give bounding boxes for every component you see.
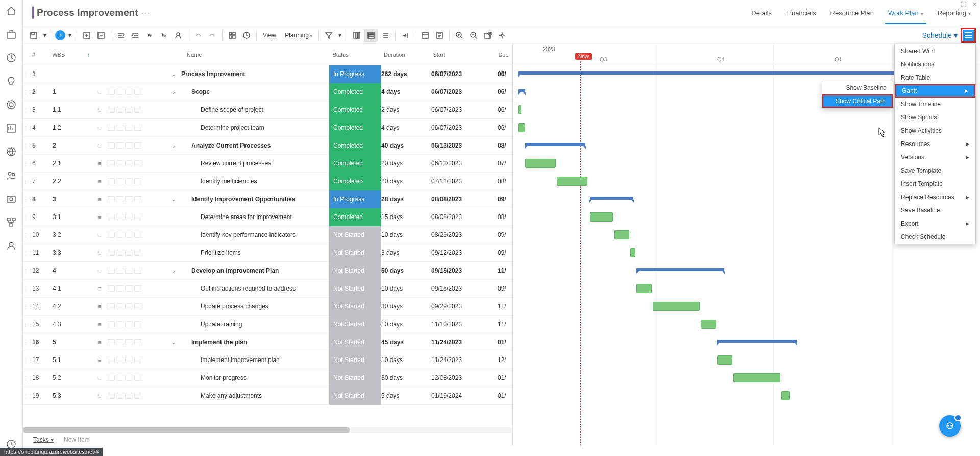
table-row[interactable]: ⋮⋮21≡⌄ScopeCompleted4 days06/07/202306/ (23, 83, 512, 101)
lightbulb-icon[interactable] (6, 76, 17, 87)
table-row[interactable]: ⋮⋮165≡⌄Implement the planNot Started45 d… (23, 333, 512, 351)
drag-handle-icon[interactable]: ⋮⋮ (23, 107, 29, 113)
menu-item-save-template[interactable]: Save Template (895, 164, 975, 177)
gantt-bar[interactable] (717, 355, 732, 365)
schedule-dropdown[interactable]: Schedule▾ (922, 31, 958, 39)
row-menu-icon[interactable]: ≡ (97, 356, 105, 364)
table-row[interactable]: ⋮⋮113.3≡Prioritize itemsNot Started3 day… (23, 244, 512, 262)
hierarchy-icon[interactable] (6, 217, 17, 228)
drag-handle-icon[interactable]: ⋮⋮ (23, 375, 29, 381)
popout-icon[interactable] (481, 29, 495, 42)
target-icon[interactable] (6, 99, 17, 110)
row-menu-icon[interactable]: ≡ (97, 178, 105, 185)
undo-icon[interactable] (191, 29, 205, 42)
expand-icon[interactable]: ⌄ (166, 70, 181, 78)
grid-scrollbar[interactable] (23, 427, 512, 433)
row-menu-icon[interactable]: ≡ (97, 285, 105, 293)
row-menu-icon[interactable]: ≡ (97, 249, 105, 257)
table-row[interactable]: ⋮⋮103.2≡Identify key performance indicat… (23, 226, 512, 244)
menu-item-rate-table[interactable]: Rate Table (895, 71, 975, 84)
submenu-item-show-critical-path[interactable]: Show Critical Path (822, 94, 893, 108)
row-menu-icon[interactable]: ≡ (97, 142, 105, 150)
menu-item-check-schedule[interactable]: Check Schedule (895, 230, 975, 244)
col-name[interactable]: Name (187, 52, 333, 58)
table-row[interactable]: ⋮⋮93.1≡Determine areas for improvementCo… (23, 208, 512, 226)
gantt-bar[interactable] (614, 230, 629, 239)
drag-handle-icon[interactable]: ⋮⋮ (23, 89, 29, 95)
more-icon[interactable]: ··· (141, 8, 151, 18)
redo-icon[interactable] (206, 29, 219, 42)
table-row[interactable]: ⋮⋮1⌄Process ImprovementIn Progress262 da… (23, 65, 512, 83)
chart-icon[interactable] (6, 123, 17, 134)
table-row[interactable]: ⋮⋮124≡⌄Develop an Improvement PlanNot St… (23, 262, 512, 280)
drag-handle-icon[interactable]: ⋮⋮ (23, 286, 29, 292)
columns-icon[interactable] (350, 29, 363, 42)
drag-handle-icon[interactable]: ⋮⋮ (23, 304, 29, 309)
table-row[interactable]: ⋮⋮41.2≡Determine project teamCompleted4 … (23, 119, 512, 137)
menu-item-save-baseline[interactable]: Save Baseline (895, 204, 975, 217)
autoschedule-icon[interactable] (399, 29, 412, 42)
gantt-bar[interactable] (525, 159, 556, 168)
table-row[interactable]: ⋮⋮195.3≡Make any adjustmentsNot Started5… (23, 387, 512, 405)
gantt-bar[interactable] (590, 197, 633, 200)
gantt-bar[interactable] (590, 212, 613, 222)
drag-handle-icon[interactable]: ⋮⋮ (23, 232, 29, 238)
menu-item-shared-with[interactable]: Shared With (895, 44, 975, 58)
person-icon[interactable] (6, 240, 17, 251)
new-item-link[interactable]: New Item (64, 436, 90, 443)
gantt-bar[interactable] (557, 177, 587, 186)
gantt-bar[interactable] (518, 89, 525, 92)
drag-handle-icon[interactable]: ⋮⋮ (23, 322, 29, 327)
col-start[interactable]: Start (433, 52, 498, 58)
table-row[interactable]: ⋮⋮134.1≡Outline actions required to addr… (23, 280, 512, 298)
row-menu-icon[interactable]: ≡ (97, 160, 105, 167)
table-row[interactable]: ⋮⋮62.1≡Review current processesCompleted… (23, 155, 512, 173)
drag-handle-icon[interactable]: ⋮⋮ (23, 214, 29, 220)
menu-item-show-activities[interactable]: Show Activities (895, 124, 975, 137)
row-menu-icon[interactable]: ≡ (97, 124, 105, 132)
gantt-bar[interactable] (701, 320, 716, 329)
col-due[interactable]: Due (498, 52, 512, 58)
gantt-bar[interactable] (733, 373, 780, 382)
menu-item-show-timeline[interactable]: Show Timeline (895, 98, 975, 111)
tab-financials[interactable]: Financials (786, 2, 816, 24)
zoomout-icon[interactable] (467, 29, 480, 42)
table-row[interactable]: ⋮⋮52≡⌄Analyze Current ProcessesCompleted… (23, 137, 512, 155)
expand-icon[interactable]: ⌄ (166, 339, 181, 346)
menu-item-gantt[interactable]: Gantt▶ (895, 84, 975, 98)
row-menu-icon[interactable]: ≡ (97, 267, 105, 275)
calendar-icon[interactable] (419, 29, 432, 42)
center-icon[interactable] (496, 29, 509, 42)
zoomin-icon[interactable] (453, 29, 466, 42)
indent-icon[interactable] (129, 29, 142, 42)
grid-body[interactable]: ⋮⋮1⌄Process ImprovementIn Progress262 da… (23, 65, 512, 427)
gantt-bar[interactable] (630, 248, 635, 257)
col-status[interactable]: Status (333, 52, 384, 58)
clock-icon[interactable] (6, 52, 17, 63)
save-dropdown[interactable]: ▾ (41, 29, 48, 42)
briefcase-icon[interactable] (6, 29, 17, 40)
tab-work-plan[interactable]: Work Plan▾ (888, 2, 923, 24)
drag-handle-icon[interactable]: ⋮⋮ (23, 268, 29, 274)
row-menu-icon[interactable]: ≡ (97, 339, 105, 346)
expand-icon[interactable]: ⌄ (166, 196, 181, 203)
link-icon[interactable] (143, 29, 156, 42)
tab-resource-plan[interactable]: Resource Plan (830, 2, 874, 24)
notes-icon[interactable] (433, 29, 446, 42)
expand-icon[interactable]: ⌄ (166, 88, 181, 95)
drag-handle-icon[interactable]: ⋮⋮ (23, 357, 29, 363)
menu-item-notifications[interactable]: Notifications (895, 58, 975, 71)
table-row[interactable]: ⋮⋮144.2≡Update process changesNot Starte… (23, 298, 512, 316)
view-dropdown[interactable]: Planning▾ (282, 31, 315, 40)
sort-asc-icon[interactable]: ↑ (87, 52, 96, 58)
drag-handle-icon[interactable]: ⋮⋮ (23, 340, 29, 345)
col-wbs[interactable]: WBS (52, 52, 87, 58)
table-row[interactable]: ⋮⋮175.1≡Implement improvement planNot St… (23, 351, 512, 369)
gantt-bar[interactable] (518, 71, 896, 75)
menu-item-versions[interactable]: Versions▶ (895, 151, 975, 164)
gantt-bar[interactable] (518, 123, 525, 132)
menu-item-replace-resources[interactable]: Replace Resources▶ (895, 190, 975, 204)
row-menu-icon[interactable]: ≡ (97, 374, 105, 382)
drag-handle-icon[interactable]: ⋮⋮ (23, 393, 29, 399)
gantt-bar[interactable] (518, 105, 521, 114)
